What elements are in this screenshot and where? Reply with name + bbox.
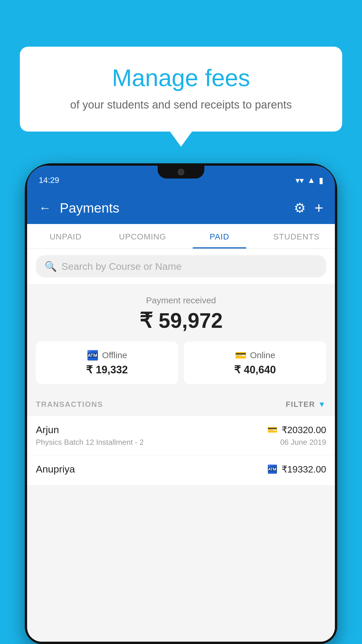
offline-icon: 🏧 [87,350,99,361]
transaction-bottom-1: Physics Batch 12 Installment - 2 06 June… [36,438,326,447]
offline-amount: ₹ 19,332 [42,364,172,376]
screen-content: 🔍 Search by Course or Name Payment recei… [27,249,335,642]
tab-students[interactable]: STUDENTS [258,224,335,249]
transaction-desc-1: Physics Batch 12 Installment - 2 [36,438,144,447]
screen-inner: 14:29 ▾▾ ▲ ▮ ← Payments ⚙ + UNPAID UPCOM… [27,166,335,642]
transaction-amount-wrapper-1: 💳 ₹20320.00 [267,424,326,435]
speech-bubble: Manage fees of your students and send re… [20,47,342,132]
status-icons: ▾▾ ▲ ▮ [296,176,323,185]
transactions-label: TRANSACTIONS [36,400,103,409]
transaction-name-1: Arjun [36,424,59,435]
header-title: Payments [60,200,285,216]
signal-icon: ▲ [307,176,315,185]
transaction-amount-wrapper-2: 🏧 ₹19332.00 [267,464,326,475]
transaction-type-icon-1: 💳 [267,425,277,435]
transaction-date-1: 06 June 2019 [280,438,326,447]
status-bar: 14:29 ▾▾ ▲ ▮ [27,166,335,192]
battery-icon: ▮ [319,176,323,185]
online-amount: ₹ 40,640 [190,364,320,376]
front-camera [178,169,184,175]
search-bar: 🔍 Search by Course or Name [27,249,335,284]
back-button[interactable]: ← [39,201,51,215]
bubble-title: Manage fees [34,64,328,92]
filter-label: FILTER [286,400,315,409]
transaction-row[interactable]: Arjun 💳 ₹20320.00 Physics Batch 12 Insta… [27,416,335,455]
search-input-wrapper[interactable]: 🔍 Search by Course or Name [36,255,326,277]
search-input[interactable]: Search by Course or Name [61,261,182,272]
app-header: ← Payments ⚙ + [27,192,335,224]
payment-received-label: Payment received [36,295,326,305]
online-card: 💳 Online ₹ 40,640 [184,342,326,384]
filter-button[interactable]: FILTER ▼ [286,400,326,409]
online-icon: 💳 [235,350,247,361]
offline-label: Offline [102,350,127,360]
add-button[interactable]: + [314,199,323,217]
bubble-subtitle: of your students and send receipts to pa… [34,99,328,111]
phone-screen: 14:29 ▾▾ ▲ ▮ ← Payments ⚙ + UNPAID UPCOM… [27,166,335,642]
tab-unpaid[interactable]: UNPAID [27,224,104,249]
transaction-type-icon-2: 🏧 [267,464,277,474]
settings-icon[interactable]: ⚙ [294,200,306,216]
tab-upcoming[interactable]: UPCOMING [104,224,181,249]
online-label: Online [250,350,275,360]
payment-cards: 🏧 Offline ₹ 19,332 💳 Online ₹ 40,640 [36,342,326,384]
transaction-amount-2: ₹19332.00 [282,464,326,475]
transaction-amount-1: ₹20320.00 [282,424,326,435]
offline-card: 🏧 Offline ₹ 19,332 [36,342,178,384]
phone-device: 14:29 ▾▾ ▲ ▮ ← Payments ⚙ + UNPAID UPCOM… [25,163,337,644]
transaction-top-2: Anupriya 🏧 ₹19332.00 [36,463,326,475]
filter-icon: ▼ [318,400,326,409]
notch [158,166,204,178]
wifi-icon: ▾▾ [296,176,304,185]
payment-received-section: Payment received ₹ 59,972 🏧 Offline ₹ 19… [27,284,335,393]
online-card-header: 💳 Online [190,350,320,361]
tab-paid[interactable]: PAID [181,224,258,249]
transaction-top-1: Arjun 💳 ₹20320.00 [36,424,326,435]
transaction-row[interactable]: Anupriya 🏧 ₹19332.00 [27,455,335,486]
status-time: 14:29 [39,176,59,185]
transactions-header: TRANSACTIONS FILTER ▼ [27,393,335,416]
payment-total-amount: ₹ 59,972 [36,308,326,333]
tabs: UNPAID UPCOMING PAID STUDENTS [27,224,335,249]
search-icon: 🔍 [45,260,57,272]
transaction-name-2: Anupriya [36,463,75,475]
offline-card-header: 🏧 Offline [42,350,172,361]
